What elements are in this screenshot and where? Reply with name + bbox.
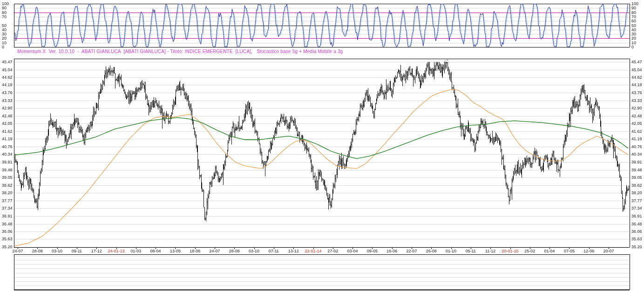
date-tick-label: 01-10	[446, 249, 456, 253]
price-y-tick-right: 36.06	[631, 229, 642, 233]
date-tick-label: 26-08	[426, 249, 437, 253]
price-y-tick-left: 45.47	[2, 60, 13, 64]
date-tick-label: 28-08	[32, 249, 43, 253]
date-tick-label: 09-05	[367, 249, 378, 253]
price-y-tick-right: 42.90	[631, 106, 642, 110]
date-tick-label: 03-04	[347, 249, 358, 253]
date-tick-label: 17-12	[91, 249, 102, 253]
price-y-tick-left: 36.48	[2, 222, 13, 226]
stoch-y-tick-right: 0	[631, 45, 634, 49]
price-y-tick-right: 39.48	[631, 168, 642, 172]
price-y-tick-left: 45.04	[2, 68, 13, 72]
price-y-tick-right: 41.19	[631, 137, 642, 141]
date-tick-label: 24-01-13	[108, 249, 124, 253]
price-y-tick-right: 45.04	[631, 68, 642, 72]
price-y-tick-right: 36.48	[631, 222, 642, 226]
price-y-tick-right: 37.34	[631, 206, 642, 211]
price-y-tick-left: 36.06	[2, 229, 13, 233]
date-tick-label: 13-12	[288, 249, 299, 253]
price-y-tick-right: 37.77	[631, 198, 642, 203]
price-y-tick-left: 38.62	[2, 183, 13, 187]
price-y-tick-right: 44.62	[631, 75, 642, 79]
price-y-tick-left: 40.34	[2, 152, 13, 156]
price-y-tick-left: 43.76	[2, 91, 13, 95]
price-y-tick-left: 39.48	[2, 168, 13, 172]
date-tick-label: 07-11	[269, 249, 279, 253]
date-tick-label: 16-06	[386, 249, 397, 253]
date-tick-label: 05-11	[466, 249, 476, 253]
price-y-tick-left: 35.63	[2, 237, 13, 241]
price-y-tick-right: 35.20	[631, 245, 642, 249]
price-y-tick-right: 44.19	[631, 83, 642, 87]
date-tick-label: 03-10	[249, 249, 259, 253]
price-y-tick-right: 42.05	[631, 122, 642, 126]
price-y-tick-right: 38.20	[631, 191, 642, 195]
price-y-tick-right: 41.62	[631, 129, 642, 133]
date-tick-label: 03-10	[52, 249, 62, 253]
price-y-tick-left: 39.91	[2, 160, 13, 164]
date-tick-label: 24-07	[209, 249, 220, 253]
price-y-tick-right: 45.47	[631, 60, 642, 64]
date-tick-label: 12-06	[583, 249, 594, 253]
price-y-tick-left: 37.34	[2, 206, 13, 211]
price-y-tick-left: 44.62	[2, 75, 13, 79]
price-y-tick-left: 39.05	[2, 176, 13, 180]
price-y-tick-right: 39.91	[631, 160, 642, 164]
price-y-tick-right: 36.91	[631, 214, 642, 218]
date-tick-label: 24-07	[12, 249, 23, 253]
price-y-tick-right: 39.05	[631, 176, 642, 180]
price-y-tick-right: 35.63	[631, 237, 642, 241]
price-y-tick-left: 43.33	[2, 98, 13, 102]
date-tick-label: 11-12	[485, 249, 495, 253]
price-y-tick-left: 35.20	[2, 245, 13, 249]
date-tick-label: 01-04	[544, 249, 555, 253]
date-tick-label: 20-01-15	[502, 249, 518, 253]
date-tick-label: 07-05	[564, 249, 575, 253]
date-tick-label: 08-04	[150, 249, 161, 253]
date-tick-label: 22-07	[406, 249, 417, 253]
price-y-tick-right: 40.76	[631, 145, 642, 149]
price-y-tick-right: 40.34	[631, 152, 642, 156]
price-y-tick-left: 41.62	[2, 129, 13, 133]
chart-title-line: Momentum X Ver. 10.0.10 - ABATI GIANLUCA…	[17, 49, 343, 54]
price-y-tick-left: 36.91	[2, 214, 13, 218]
price-y-tick-left: 42.05	[2, 122, 13, 126]
date-tick-label: 28-08	[229, 249, 240, 253]
date-tick-label: 25-02	[524, 249, 535, 253]
stoch-y-tick-left: 70	[2, 14, 7, 19]
price-y-tick-left: 42.48	[2, 114, 13, 118]
price-y-tick-left: 41.19	[2, 137, 13, 141]
price-y-tick-left: 40.76	[2, 145, 13, 149]
price-y-tick-left: 44.19	[2, 83, 13, 87]
date-tick-label: 13-05	[170, 249, 181, 253]
price-y-tick-left: 37.77	[2, 198, 13, 203]
date-tick-label: 09-11	[72, 249, 82, 253]
price-y-tick-left: 38.20	[2, 191, 13, 195]
price-y-tick-right: 43.33	[631, 98, 642, 102]
date-tick-label: 18-06	[190, 249, 200, 253]
date-tick-label: 20-07	[603, 249, 614, 253]
chart-window: Momentum X Ver. 10.0.10 - ABATI GIANLUCA…	[0, 0, 644, 292]
date-tick-label: 27-02	[327, 249, 338, 253]
price-y-tick-right: 38.62	[631, 183, 642, 187]
date-tick-label: 01-03	[130, 249, 141, 253]
price-y-tick-left: 42.90	[2, 106, 13, 110]
date-tick-label: 22-01-14	[305, 249, 321, 253]
stoch-y-tick-left: 0	[2, 45, 4, 49]
price-y-tick-right: 42.48	[631, 114, 642, 118]
price-y-tick-right: 43.76	[631, 91, 642, 95]
